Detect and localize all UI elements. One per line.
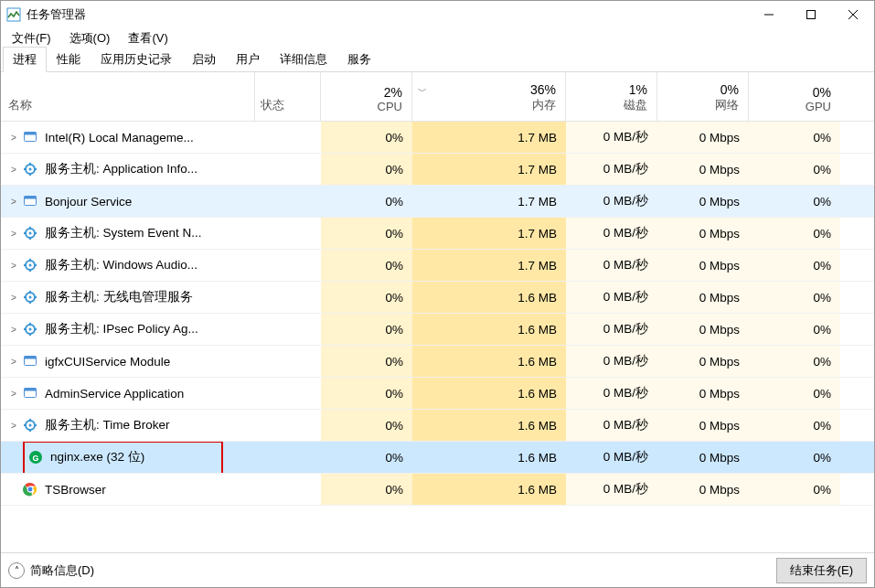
cell-mem: 1.6 MB: [412, 442, 566, 473]
process-name: Intel(R) Local Manageme...: [45, 131, 194, 144]
tab-performance[interactable]: 性能: [47, 47, 91, 72]
process-table: 名称 状态 2% CPU ﹀ 36% 内存 1% 磁盘 0% 网络 0% GPU: [1, 72, 874, 552]
cell-mem: 1.7 MB: [412, 218, 566, 249]
cell-gpu: 0%: [749, 154, 840, 185]
close-button[interactable]: [832, 1, 874, 28]
col-gpu[interactable]: 0% GPU: [749, 72, 840, 121]
expand-icon[interactable]: >: [5, 389, 23, 399]
cell-status: [255, 442, 321, 473]
cell-gpu: 0%: [749, 186, 840, 217]
cell-status: [255, 218, 321, 249]
process-name: 服务主机: Windows Audio...: [45, 257, 197, 273]
table-row[interactable]: >服务主机: Application Info...0%1.7 MB0 MB/秒…: [1, 154, 874, 186]
process-icon: [23, 418, 37, 433]
expand-icon[interactable]: >: [5, 197, 23, 207]
expand-icon[interactable]: >: [5, 229, 23, 239]
menu-view[interactable]: 查看(V): [121, 28, 175, 48]
tab-startup[interactable]: 启动: [182, 47, 226, 72]
cell-gpu: 0%: [749, 346, 840, 377]
maximize-button[interactable]: [790, 1, 832, 28]
cell-cpu: 0%: [321, 442, 412, 473]
tabstrip: 进程 性能 应用历史记录 启动 用户 详细信息 服务: [1, 48, 874, 72]
cell-status: [255, 474, 321, 505]
cell-name: >igfxCUIService Module: [1, 346, 255, 377]
cell-disk: 0 MB/秒: [566, 378, 657, 409]
col-status[interactable]: 状态: [255, 72, 321, 121]
tab-details[interactable]: 详细信息: [270, 47, 337, 72]
cell-disk: 0 MB/秒: [566, 250, 657, 281]
cell-cpu: 0%: [321, 346, 412, 377]
expand-icon[interactable]: >: [5, 357, 23, 367]
table-row[interactable]: >Gnginx.exe (32 位)0%1.6 MB0 MB/秒0 Mbps0%: [1, 442, 874, 474]
col-cpu[interactable]: 2% CPU: [321, 72, 412, 121]
cell-net: 0 Mbps: [657, 122, 749, 153]
minimize-button[interactable]: [748, 1, 790, 28]
expand-icon[interactable]: >: [5, 133, 23, 143]
cell-name: >AdminService Application: [1, 378, 255, 409]
process-icon: [23, 194, 37, 208]
fewer-details-button[interactable]: ˄ 简略信息(D): [8, 562, 94, 579]
cell-net: 0 Mbps: [657, 474, 749, 505]
cell-name: >服务主机: 无线电管理服务: [1, 282, 255, 313]
table-row[interactable]: >Bonjour Service0%1.7 MB0 MB/秒0 Mbps0%: [1, 186, 874, 218]
col-memory[interactable]: ﹀ 36% 内存: [412, 72, 566, 121]
cell-cpu: 0%: [321, 474, 412, 505]
tab-processes[interactable]: 进程: [3, 47, 47, 72]
table-row[interactable]: >TSBrowser0%1.6 MB0 MB/秒0 Mbps0%: [1, 474, 874, 506]
cell-status: [255, 346, 321, 377]
cell-status: [255, 314, 321, 345]
cell-mem: 1.6 MB: [412, 346, 566, 377]
cell-disk: 0 MB/秒: [566, 474, 657, 505]
end-task-button[interactable]: 结束任务(E): [776, 558, 867, 583]
expand-icon[interactable]: >: [5, 165, 23, 175]
expand-icon[interactable]: >: [5, 421, 23, 431]
table-body[interactable]: >Intel(R) Local Manageme...0%1.7 MB0 MB/…: [1, 122, 874, 552]
cell-gpu: 0%: [749, 218, 840, 249]
table-row[interactable]: >Intel(R) Local Manageme...0%1.7 MB0 MB/…: [1, 122, 874, 154]
table-row[interactable]: >服务主机: System Event N...0%1.7 MB0 MB/秒0 …: [1, 218, 874, 250]
process-name: TSBrowser: [45, 483, 106, 497]
menu-options[interactable]: 选项(O): [62, 28, 118, 48]
svg-point-16: [29, 232, 32, 235]
cell-status: [255, 282, 321, 313]
process-icon: G: [28, 450, 43, 465]
svg-point-8: [29, 168, 32, 171]
cell-gpu: 0%: [749, 122, 840, 153]
cell-net: 0 Mbps: [657, 410, 749, 441]
tab-app-history[interactable]: 应用历史记录: [91, 47, 182, 72]
process-name: igfxCUIService Module: [45, 355, 170, 369]
table-row[interactable]: >igfxCUIService Module0%1.6 MB0 MB/秒0 Mb…: [1, 346, 874, 378]
expand-icon[interactable]: >: [5, 293, 23, 303]
highlight-box: Gnginx.exe (32 位): [23, 442, 223, 473]
expand-icon[interactable]: >: [5, 261, 23, 271]
cell-cpu: 0%: [321, 154, 412, 185]
table-row[interactable]: >服务主机: Windows Audio...0%1.7 MB0 MB/秒0 M…: [1, 250, 874, 282]
col-name[interactable]: 名称: [1, 72, 255, 121]
table-row[interactable]: >服务主机: IPsec Policy Ag...0%1.6 MB0 MB/秒0…: [1, 314, 874, 346]
cell-disk: 0 MB/秒: [566, 282, 657, 313]
cell-net: 0 Mbps: [657, 346, 749, 377]
menu-file[interactable]: 文件(F): [5, 28, 59, 48]
col-disk[interactable]: 1% 磁盘: [566, 72, 657, 121]
process-name: 服务主机: Time Broker: [45, 417, 170, 433]
tab-users[interactable]: 用户: [226, 47, 270, 72]
cell-net: 0 Mbps: [657, 314, 749, 345]
table-row[interactable]: >服务主机: Time Broker0%1.6 MB0 MB/秒0 Mbps0%: [1, 410, 874, 442]
col-network[interactable]: 0% 网络: [657, 72, 749, 121]
table-row[interactable]: >AdminService Application0%1.6 MB0 MB/秒0…: [1, 378, 874, 410]
cell-cpu: 0%: [321, 218, 412, 249]
tab-services[interactable]: 服务: [337, 47, 381, 72]
process-name: nginx.exe (32 位): [50, 449, 144, 465]
window-controls: [748, 1, 874, 28]
expand-icon[interactable]: >: [5, 325, 23, 335]
cell-status: [255, 122, 321, 153]
cell-mem: 1.6 MB: [412, 474, 566, 505]
svg-point-28: [29, 296, 32, 299]
process-icon: [23, 162, 37, 176]
cell-gpu: 0%: [749, 474, 840, 505]
footer: ˄ 简略信息(D) 结束任务(E): [1, 552, 874, 587]
cell-net: 0 Mbps: [657, 282, 749, 313]
process-name: Bonjour Service: [45, 195, 132, 208]
table-row[interactable]: >服务主机: 无线电管理服务0%1.6 MB0 MB/秒0 Mbps0%: [1, 282, 874, 314]
titlebar: 任务管理器: [1, 1, 874, 28]
